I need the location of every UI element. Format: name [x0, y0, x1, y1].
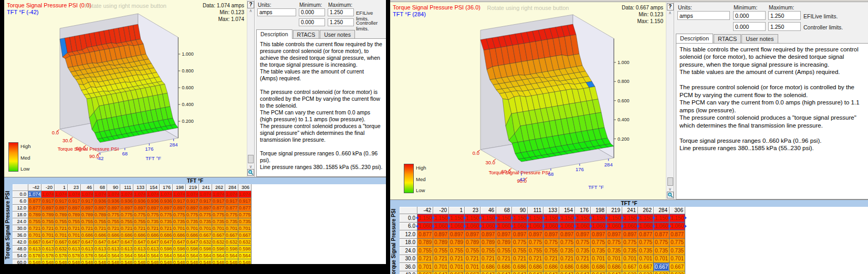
table-cell[interactable]: 0.578: [68, 252, 81, 259]
efilive-max-field[interactable]: [768, 11, 801, 20]
table-cell[interactable]: 0.897: [147, 205, 160, 212]
row-header[interactable]: 18.0: [400, 239, 417, 247]
table-cell[interactable]: 0.789: [433, 239, 449, 247]
table-cell[interactable]: 0.686: [591, 263, 606, 271]
table-cell[interactable]: 0.548: [186, 259, 199, 264]
row-header[interactable]: 24.0: [400, 247, 417, 255]
table-cell[interactable]: 0.564: [238, 252, 252, 259]
table-cell[interactable]: 0.721: [417, 255, 433, 264]
col-header[interactable]: -20: [41, 184, 55, 191]
table-cell[interactable]: 0.775: [670, 239, 685, 247]
table-cell[interactable]: 0.721: [94, 225, 107, 232]
chevron-down-icon[interactable]: ∨: [668, 187, 672, 192]
table-cell[interactable]: 0.755: [528, 247, 543, 255]
table-cell[interactable]: 0.686: [512, 263, 528, 271]
table-cell[interactable]: 1.150: [606, 214, 622, 223]
table-cell[interactable]: 0.667: [417, 271, 433, 274]
table-cell[interactable]: 0.598: [199, 246, 212, 252]
table-cell[interactable]: 0.897: [173, 205, 186, 212]
table-cell[interactable]: 0.598: [160, 246, 173, 252]
table-cell[interactable]: 0.548: [28, 259, 41, 264]
table-cell[interactable]: 0.647: [591, 271, 606, 274]
table-cell[interactable]: 0.667: [670, 263, 685, 271]
efilive-min-field[interactable]: [299, 8, 325, 16]
table-cell[interactable]: 0.735: [238, 218, 252, 225]
table-cell[interactable]: 0.735: [670, 247, 685, 255]
table-cell[interactable]: 0.721: [543, 255, 559, 264]
table-cell[interactable]: 0.755: [94, 218, 107, 225]
help-button[interactable]: ?: [247, 1, 254, 8]
table-cell[interactable]: 0.755: [28, 218, 41, 225]
table-cell[interactable]: 0.755: [68, 218, 81, 225]
table-cell[interactable]: 0.701: [212, 225, 225, 232]
table-cell[interactable]: 0.721: [81, 225, 94, 232]
table-cell[interactable]: 0.701: [68, 232, 81, 239]
table-cell[interactable]: 1.150: [528, 214, 543, 223]
table-cell[interactable]: 0.667: [68, 239, 81, 246]
table-cell[interactable]: 0.647: [528, 271, 543, 274]
col-header[interactable]: 198: [591, 207, 606, 214]
table-cell[interactable]: 0.701: [654, 255, 670, 264]
col-header[interactable]: 111: [120, 184, 133, 191]
table-cell[interactable]: 0.917: [41, 198, 55, 205]
table-cell[interactable]: 0.701: [238, 225, 252, 232]
table-cell[interactable]: 0.755: [41, 218, 55, 225]
table-cell[interactable]: 0.721: [496, 255, 512, 264]
table-cell[interactable]: 0.701: [41, 232, 55, 239]
table-cell[interactable]: 0.755: [120, 218, 133, 225]
table-cell[interactable]: 1.060: [449, 223, 465, 231]
table-cell[interactable]: 0.775: [160, 212, 173, 218]
table-cell[interactable]: 0.548: [173, 259, 186, 264]
table-cell[interactable]: 0.775: [654, 239, 670, 247]
table-cell[interactable]: 0.789: [480, 239, 496, 247]
table-cell[interactable]: 0.564: [160, 252, 173, 259]
table-cell[interactable]: 0.613: [120, 246, 133, 252]
row-header[interactable]: 6.0: [400, 223, 417, 231]
table-cell[interactable]: 0.897: [199, 205, 212, 212]
table-cell[interactable]: 0.775: [591, 239, 606, 247]
table-cell[interactable]: 0.564: [225, 252, 238, 259]
table-cell[interactable]: 0.721: [133, 225, 147, 232]
table-cell[interactable]: 0.936: [160, 198, 173, 205]
table-cell[interactable]: 0.686: [575, 263, 591, 271]
table-cell[interactable]: 0.701: [28, 232, 41, 239]
table-cell[interactable]: 0.564: [94, 252, 107, 259]
table-cell[interactable]: 1.060: [654, 223, 670, 231]
table-cell[interactable]: 1.060: [606, 223, 622, 231]
col-header[interactable]: 90: [107, 184, 120, 191]
table-cell[interactable]: 0.548: [225, 259, 238, 264]
table-cell[interactable]: 0.775: [543, 239, 559, 247]
table-cell[interactable]: 1.150: [512, 214, 528, 223]
table-cell[interactable]: 0.701: [186, 225, 199, 232]
efilive-max-field[interactable]: [328, 8, 354, 16]
table-cell[interactable]: 0.735: [199, 218, 212, 225]
row-header[interactable]: 30.0: [400, 255, 417, 264]
table-cell[interactable]: 0.877: [417, 230, 433, 239]
chevron-down-icon[interactable]: ∨: [249, 164, 253, 169]
table-cell[interactable]: 0.735: [173, 218, 186, 225]
table-cell[interactable]: 1.074: [133, 191, 147, 198]
table-cell[interactable]: 0.735: [654, 247, 670, 255]
table-cell[interactable]: 0.564: [173, 252, 186, 259]
table-cell[interactable]: 0.897: [591, 230, 606, 239]
zoom-button[interactable]: [247, 169, 254, 176]
table-cell[interactable]: 0.647: [496, 271, 512, 274]
table-cell[interactable]: 0.936: [94, 198, 107, 205]
table-cell[interactable]: 0.897: [433, 230, 449, 239]
col-header[interactable]: 241: [622, 207, 638, 214]
table-cell[interactable]: 0.613: [133, 246, 147, 252]
table-cell[interactable]: 0.755: [417, 247, 433, 255]
col-header[interactable]: 262: [638, 207, 654, 214]
table-cell[interactable]: 0.735: [212, 218, 225, 225]
table-cell[interactable]: 1.074: [120, 191, 133, 198]
table-cell[interactable]: 0.877: [225, 205, 238, 212]
table-cell[interactable]: 0.686: [543, 263, 559, 271]
col-header[interactable]: 133: [543, 207, 559, 214]
col-header[interactable]: 176: [575, 207, 591, 214]
table-cell[interactable]: 0.564: [107, 252, 120, 259]
table-cell[interactable]: 0.721: [160, 225, 173, 232]
table-cell[interactable]: 0.735: [160, 218, 173, 225]
table-cell[interactable]: 0.613: [107, 246, 120, 252]
table-cell[interactable]: 0.775: [575, 239, 591, 247]
help-button[interactable]: ?: [667, 3, 674, 10]
